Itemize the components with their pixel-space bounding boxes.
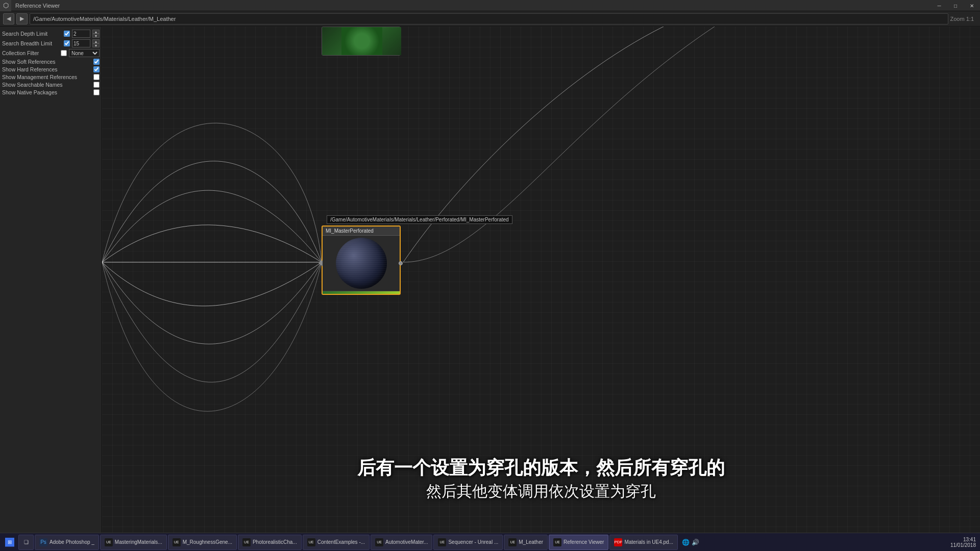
connections-svg	[102, 27, 980, 533]
show-hard-refs-checkbox[interactable]	[93, 66, 100, 72]
main-content: Search Depth Limit ▲ ▼ Search Breadth Li…	[0, 27, 980, 533]
taskbar-item-m-leather[interactable]: UE M_Leather	[504, 535, 548, 550]
window-controls: ─ □ ✕	[931, 0, 980, 11]
collection-filter-checkbox[interactable]	[61, 50, 67, 56]
nav-bar: ◀ ▶ /Game/AutomotiveMaterials/Materials/…	[0, 11, 980, 27]
search-depth-down[interactable]: ▼	[92, 34, 100, 38]
search-depth-checkbox[interactable]	[64, 31, 70, 37]
canvas-area[interactable]: /Game/AutomotiveMaterials/Materials/Leat…	[102, 27, 980, 533]
node-connector-left	[318, 260, 323, 266]
show-soft-refs-checkbox[interactable]	[93, 59, 100, 65]
zoom-label: Zoom 1:1	[950, 16, 977, 22]
taskbar-item-photorealistic[interactable]: UE PhotorealisticCha...	[238, 535, 302, 550]
photorealistic-icon: UE	[242, 538, 251, 546]
task-view-button[interactable]: ❑	[18, 535, 34, 550]
taskbar-item-automotive[interactable]: UE AutomotiveMater...	[371, 535, 432, 550]
collection-filter-row: Collection Filter None	[2, 49, 100, 57]
taskbar-item-sequencer[interactable]: UE Sequencer - Unreal ...	[433, 535, 503, 550]
search-depth-spinner: ▲ ▼	[92, 30, 100, 38]
taskbar-item-roughness[interactable]: UE M_RoughnessGene...	[168, 535, 237, 550]
pdf-icon: PDF	[614, 538, 622, 546]
taskbar-item-reference-viewer[interactable]: UE Reference Viewer	[549, 535, 608, 550]
show-hard-refs-row: Show Hard References	[2, 66, 100, 72]
taskbar-date-display: 11/01/2018	[950, 542, 976, 548]
app-icon: ⬡	[0, 0, 11, 11]
search-depth-input[interactable]	[72, 30, 90, 38]
maximize-button[interactable]: □	[947, 0, 964, 11]
roughness-label: M_RoughnessGene...	[183, 539, 232, 545]
taskbar-item-mastering[interactable]: UE MasteringMaterials...	[100, 535, 167, 550]
automotive-label: AutomotiveMater...	[385, 539, 428, 545]
search-breadth-spinner: ▲ ▼	[92, 39, 100, 47]
automotive-icon: UE	[375, 538, 383, 546]
m-leather-icon: UE	[508, 538, 517, 546]
mastering-label: MasteringMaterials...	[115, 539, 162, 545]
node-body	[323, 236, 400, 291]
show-searchable-names-checkbox[interactable]	[93, 82, 100, 88]
close-button[interactable]: ✕	[964, 0, 980, 11]
system-tray: 🌐 🔊	[679, 539, 702, 546]
search-depth-label: Search Depth Limit	[2, 31, 62, 37]
search-breadth-checkbox[interactable]	[64, 40, 70, 46]
forward-button[interactable]: ▶	[16, 13, 28, 24]
show-management-refs-label: Show Management References	[2, 74, 91, 80]
taskbar-item-pdf[interactable]: PDF Materials in UE4.pd...	[609, 535, 678, 550]
content-examples-label: ContentExamples -...	[317, 539, 365, 545]
show-management-refs-row: Show Management References	[2, 74, 100, 80]
top-node-card[interactable]	[322, 27, 401, 56]
path-text: /Game/AutomotiveMaterials/Materials/Leat…	[33, 16, 176, 22]
node-sphere	[336, 238, 387, 289]
show-searchable-names-row: Show Searchable Names	[2, 82, 100, 88]
taskbar-item-adobe-ps[interactable]: Ps Adobe Photoshop _	[35, 535, 99, 550]
start-icon: ⊞	[5, 538, 14, 547]
search-breadth-row: Search Breadth Limit ▲ ▼	[2, 39, 100, 47]
adobe-ps-label: Adobe Photoshop _	[50, 539, 94, 545]
search-breadth-input[interactable]	[72, 39, 90, 47]
subtitle-line1: 后有一个设置为穿孔的版本，然后所有穿孔的	[102, 455, 980, 481]
taskbar-item-content-examples[interactable]: UE ContentExamples -...	[303, 535, 370, 550]
adobe-ps-icon: Ps	[39, 538, 47, 546]
mastering-icon: UE	[105, 538, 113, 546]
roughness-icon: UE	[173, 538, 181, 546]
task-view-icon: ❑	[24, 539, 29, 545]
show-management-refs-checkbox[interactable]	[93, 74, 100, 80]
reference-viewer-label: Reference Viewer	[564, 539, 604, 545]
minimize-button[interactable]: ─	[931, 0, 947, 11]
title-bar: ⬡ Reference Viewer ─ □ ✕	[0, 0, 980, 11]
sequencer-label: Sequencer - Unreal ...	[448, 539, 498, 545]
node-tooltip: /Game/AutomotiveMaterials/Materials/Leat…	[327, 215, 512, 224]
search-depth-up[interactable]: ▲	[92, 30, 100, 34]
taskbar-time-display: 13:41	[950, 537, 976, 542]
node-connector-right	[399, 261, 403, 265]
content-examples-icon: UE	[307, 538, 315, 546]
collection-filter-select[interactable]: None	[69, 49, 100, 57]
back-button[interactable]: ◀	[3, 13, 14, 24]
show-native-packages-label: Show Native Packages	[2, 89, 91, 95]
taskbar: ⊞ ❑ Ps Adobe Photoshop _ UE MasteringMat…	[0, 533, 980, 551]
m-leather-label: M_Leather	[519, 539, 543, 545]
node-title: MI_MasterPerforated	[323, 227, 400, 236]
tray-volume-icon[interactable]: 🔊	[692, 539, 699, 546]
top-node-thumbnail	[322, 27, 401, 55]
subtitle-line2: 然后其他变体调用依次设置为穿孔	[102, 481, 980, 502]
search-depth-row: Search Depth Limit ▲ ▼	[2, 30, 100, 38]
window-title: Reference Viewer	[11, 3, 64, 9]
search-breadth-down[interactable]: ▼	[92, 43, 100, 47]
photorealistic-label: PhotorealisticCha...	[253, 539, 297, 545]
collection-filter-label: Collection Filter	[2, 50, 59, 56]
show-native-packages-checkbox[interactable]	[93, 89, 100, 95]
node-bottom-bar	[323, 291, 400, 294]
subtitle-overlay: 后有一个设置为穿孔的版本，然后所有穿孔的 然后其他变体调用依次设置为穿孔	[102, 455, 980, 502]
reference-viewer-icon: UE	[553, 538, 561, 546]
taskbar-clock: 13:41 11/01/2018	[950, 537, 978, 548]
show-soft-refs-row: Show Soft References	[2, 59, 100, 65]
search-breadth-up[interactable]: ▲	[92, 39, 100, 43]
search-breadth-label: Search Breadth Limit	[2, 40, 62, 46]
node-card[interactable]: MI_MasterPerforated	[322, 226, 401, 295]
show-soft-refs-label: Show Soft References	[2, 59, 91, 65]
sequencer-icon: UE	[438, 538, 446, 546]
start-button[interactable]: ⊞	[2, 535, 17, 550]
tray-network-icon[interactable]: 🌐	[682, 539, 690, 546]
show-hard-refs-label: Show Hard References	[2, 66, 91, 72]
show-searchable-names-label: Show Searchable Names	[2, 82, 91, 88]
